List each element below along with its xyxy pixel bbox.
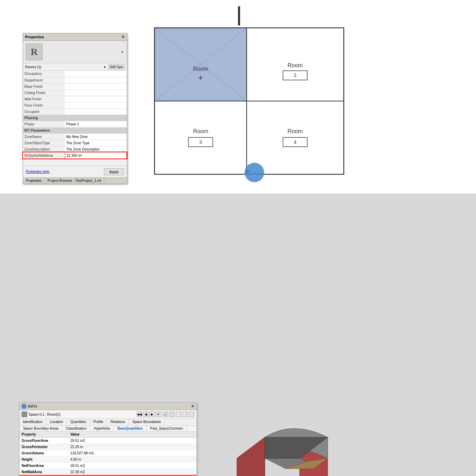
nav-prev-prev-button[interactable]: ◀◀ <box>137 412 142 417</box>
section-label-ifc: IFC Parameters <box>23 127 127 133</box>
prop-label-base-finish: Base Finish <box>23 83 65 90</box>
edit-type-button[interactable]: Edit Type <box>108 64 125 69</box>
info-value-net-wall-area: 22.30 m2 <box>68 469 197 475</box>
prop-label-ifc-net-wall-area: IfcQtyNetWallArea <box>23 152 65 159</box>
type-selector-row: Rooms (1) ▾ Edit Type <box>23 63 127 71</box>
info-title-text: INFO <box>28 404 37 408</box>
nav-buttons: ◀◀ ◀ ▶ ▾ <box>137 412 161 417</box>
info-label-gross-volume: GrossVolume <box>20 450 68 456</box>
section-header-ifc: IFC Parameters <box>23 127 127 133</box>
3d-left-face <box>237 437 265 476</box>
subtab-classification[interactable]: Classification <box>62 426 90 431</box>
info-row-gross-volume: GrossVolume 118,027.88 m3 <box>20 450 197 456</box>
action-btn-3[interactable]: 📄 <box>176 412 181 417</box>
info-title-left: i INFO <box>22 404 37 409</box>
info-value-gross-volume: 118,027.88 m3 <box>68 450 197 456</box>
subtab-pset-space-common[interactable]: Pset_SpaceCommon <box>147 426 187 431</box>
subtab-space-boundary-areas[interactable]: Space Boundary Areas <box>20 426 62 431</box>
room1-move-icon: ✛ <box>198 75 203 81</box>
info-row-net-wall-area: NetWallArea 22.30 m2 <box>20 469 197 475</box>
info-icon: i <box>22 404 26 409</box>
tab-relations[interactable]: Relations <box>107 419 129 425</box>
space-icon <box>22 412 27 417</box>
info-row-gross-floor-area: GrossFloorArea 29.51 m2 <box>20 438 197 444</box>
tab-profile[interactable]: Profile <box>90 419 107 425</box>
room-icon: R <box>26 44 43 60</box>
prop-row-wall-finish: Wall Finish <box>23 96 127 102</box>
action-btn-1[interactable]: 🔗 <box>162 412 168 417</box>
section-label-phasing: Phasing <box>23 115 127 121</box>
prop-row-occupancy: Occupancy <box>23 71 127 77</box>
3d-view-container <box>209 409 359 476</box>
info-data-table: Property Value GrossFloorArea 29.51 m2 G… <box>20 431 197 476</box>
action-btn-5[interactable]: ⬜ <box>189 412 194 417</box>
properties-title-bar: Properties ✕ <box>23 33 127 41</box>
floor-plan-container: Room ✛ Room 2 Room 3 Room 4 <box>150 26 348 176</box>
tab-project-browser[interactable]: Project Browser - TestProject_1.rvt <box>45 178 105 184</box>
section-header-phasing: Phasing <box>23 115 127 121</box>
prop-row-phase: Phase Phase 1 <box>23 121 127 127</box>
nav-next-button[interactable]: ▶ <box>149 412 155 417</box>
room2-number: 2 <box>294 72 297 78</box>
room2-label: Room <box>287 62 303 68</box>
tab-properties[interactable]: Properties <box>23 178 45 184</box>
prop-row-floor-finish: Floor Finish <box>23 102 127 108</box>
info-value-gross-perimeter: 22.25 m <box>68 444 197 450</box>
floor-plan-svg: Room ✛ Room 2 Room 3 Room 4 <box>150 26 348 176</box>
info-value-height: 4.00 m <box>68 456 197 463</box>
header-value: Value <box>68 431 197 438</box>
properties-panel: Properties ✕ R ▼ Rooms (1) ▾ Edit Type O… <box>23 33 127 184</box>
info-row-net-floor-area: NetFloorArea 29.51 m2 <box>20 463 197 469</box>
prop-label-phase: Phase <box>23 121 65 127</box>
action-btn-4[interactable]: 📝 <box>182 412 188 417</box>
properties-table: Occupancy Department Base Finish Ceiling… <box>23 71 127 159</box>
prop-value-ifc-net-wall-area[interactable]: 22.300 m² <box>65 152 127 159</box>
svg-rect-11 <box>23 413 26 416</box>
prop-row-ifc-net-wall-area: IfcQtyNetWallArea 22.300 m² <box>23 152 127 159</box>
prop-value-department <box>65 77 127 83</box>
info-table-header-row: Property Value <box>20 431 197 438</box>
info-label-net-wall-area: NetWallArea <box>20 469 68 475</box>
prop-label-zone-name: ZoneName <box>23 133 65 140</box>
tab-quantities[interactable]: Quantities <box>67 419 90 425</box>
tab-location[interactable]: Location <box>46 419 67 425</box>
info-label-net-floor-area: NetFloorArea <box>20 463 68 469</box>
apply-button[interactable]: Apply <box>104 168 124 175</box>
nav-dropdown-button[interactable]: ▾ <box>155 412 161 417</box>
prop-row-ceiling-finish: Ceiling Finish <box>23 90 127 96</box>
properties-bottom-tabs: Properties Project Browser - TestProject… <box>23 177 127 184</box>
3d-view-svg <box>209 409 359 476</box>
prop-label-zone-object-type: ZoneObjectType <box>23 140 65 146</box>
room3-label: Room <box>193 128 208 134</box>
info-close-button[interactable]: ✕ <box>191 404 194 409</box>
subtab-hyperlinks[interactable]: Hyperlinks <box>90 426 114 431</box>
info-label-gross-floor-area: GrossFloorArea <box>20 438 68 444</box>
type-selector-dropdown[interactable]: ▾ <box>104 65 106 69</box>
prop-value-zone-description: The Zone Description <box>65 146 127 152</box>
prop-row-zone-object-type: ZoneObjectType The Zone Type <box>23 140 127 146</box>
properties-icon-area: R ▼ <box>23 41 127 63</box>
action-buttons: 🔗 📋 📄 📝 ⬜ <box>162 412 194 417</box>
bottom-section: i INFO ✕ Space.0.1 : Room[1] ◀◀ ◀ ▶ ▾ 🔗 <box>0 193 476 476</box>
info-panel: i INFO ✕ Space.0.1 : Room[1] ◀◀ ◀ ▶ ▾ 🔗 <box>19 402 197 476</box>
prop-row-zone-description: ZoneDescription The Zone Description <box>23 146 127 152</box>
properties-footer: Properties help Apply <box>23 166 127 177</box>
subtab-base-quantities[interactable]: BaseQuantities <box>114 426 147 431</box>
prop-value-base-finish <box>65 83 127 90</box>
info-title-bar: i INFO ✕ <box>20 403 197 410</box>
info-value-gross-floor-area: 29.51 m2 <box>68 438 197 444</box>
prop-row-occupant: Occupant <box>23 108 127 115</box>
svg-text:- -: - - <box>253 173 256 177</box>
properties-help-link[interactable]: Properties help <box>26 170 49 174</box>
info-row-height: Height 4.00 m <box>20 456 197 463</box>
action-btn-2[interactable]: 📋 <box>169 412 175 417</box>
prop-label-zone-description: ZoneDescription <box>23 146 65 152</box>
scroll-area <box>23 159 127 166</box>
tab-identification[interactable]: Identification <box>20 419 46 425</box>
prop-label-department: Department <box>23 77 65 83</box>
arrow-connector: - - - <box>242 159 263 186</box>
nav-prev-button[interactable]: ◀ <box>143 412 148 417</box>
tab-space-boundaries[interactable]: Space Boundaries <box>129 419 165 425</box>
properties-close-button[interactable]: ✕ <box>121 34 125 39</box>
info-tabs-row1: Identification Location Quantities Profi… <box>20 419 197 426</box>
